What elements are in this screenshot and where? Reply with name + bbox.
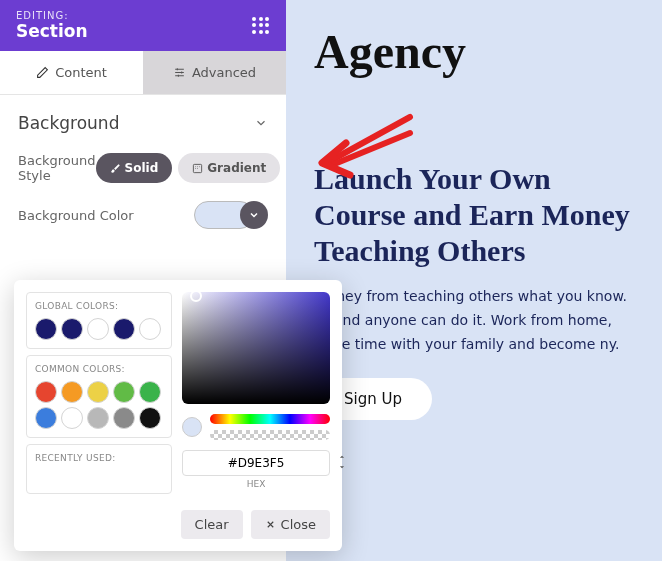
global-color-swatch[interactable] (35, 318, 57, 340)
common-color-swatch[interactable] (139, 381, 161, 403)
current-color-dot (182, 417, 202, 437)
common-color-swatch[interactable] (139, 407, 161, 429)
alpha-slider[interactable] (210, 430, 330, 440)
sidebar-header: EDITING: Section (0, 0, 286, 51)
recent-colors-group: RECENTLY USED: (26, 444, 172, 494)
color-picker: GLOBAL COLORS: COMMON COLORS: RECENTLY U… (14, 280, 342, 551)
hue-slider[interactable] (210, 414, 330, 424)
tab-advanced[interactable]: Advanced (143, 51, 286, 94)
brush-icon (110, 163, 121, 174)
logo: Agency (314, 24, 634, 79)
sliders-icon (173, 66, 186, 79)
svg-point-3 (199, 166, 200, 167)
clear-label: Clear (195, 517, 229, 532)
close-icon (265, 519, 276, 530)
stepper-down-icon[interactable] (337, 462, 347, 472)
common-color-swatch[interactable] (87, 381, 109, 403)
common-color-swatch[interactable] (35, 381, 57, 403)
svg-point-4 (195, 168, 196, 169)
hero-heading: Launch Your Own Course and Earn Money Te… (314, 161, 634, 269)
background-accordion[interactable]: Background (18, 113, 268, 133)
gradient-label: Gradient (207, 161, 266, 175)
chevron-down-icon (254, 116, 268, 130)
gradient-button[interactable]: Gradient (178, 153, 280, 183)
element-title: Section (16, 21, 88, 41)
svg-point-1 (195, 166, 196, 167)
background-title: Background (18, 113, 119, 133)
solid-button[interactable]: Solid (96, 153, 173, 183)
stepper-up-icon[interactable] (337, 452, 347, 462)
bg-style-label: Background Style (18, 153, 96, 183)
common-color-swatch[interactable] (35, 407, 57, 429)
global-color-swatch[interactable] (139, 318, 161, 340)
hex-input[interactable] (182, 450, 330, 476)
gradient-icon (192, 163, 203, 174)
global-color-swatch[interactable] (87, 318, 109, 340)
svg-point-5 (197, 168, 198, 169)
common-color-swatch[interactable] (113, 381, 135, 403)
hex-label: HEX (247, 479, 266, 489)
svg-point-2 (197, 166, 198, 167)
editing-label: EDITING: (16, 10, 88, 21)
common-color-swatch[interactable] (61, 407, 83, 429)
solid-label: Solid (125, 161, 159, 175)
saturation-picker[interactable] (182, 292, 330, 404)
close-button[interactable]: Close (251, 510, 330, 539)
page-preview: Agency Launch Your Own Course and Earn M… (286, 0, 662, 561)
common-colors-label: COMMON COLORS: (35, 364, 163, 374)
tabs: Content Advanced (0, 51, 286, 95)
common-colors-group: COMMON COLORS: (26, 355, 172, 438)
global-colors-label: GLOBAL COLORS: (35, 301, 163, 311)
hero-body: money from teaching others what you know… (314, 285, 634, 356)
tab-content[interactable]: Content (0, 51, 143, 94)
close-label: Close (281, 517, 316, 532)
menu-grid-icon[interactable] (252, 17, 270, 35)
common-color-swatch[interactable] (87, 407, 109, 429)
saturation-thumb[interactable] (190, 290, 202, 302)
pencil-icon (36, 66, 49, 79)
global-colors-group: GLOBAL COLORS: (26, 292, 172, 349)
tab-advanced-label: Advanced (192, 65, 256, 80)
bg-color-label: Background Color (18, 208, 134, 223)
tab-content-label: Content (55, 65, 107, 80)
common-colors-row (35, 381, 163, 429)
global-color-swatch[interactable] (61, 318, 83, 340)
global-color-swatch[interactable] (113, 318, 135, 340)
recent-colors-label: RECENTLY USED: (35, 453, 163, 463)
chevron-down-icon (248, 209, 260, 221)
swatch-expand-button[interactable] (240, 201, 268, 229)
clear-button[interactable]: Clear (181, 510, 243, 539)
common-color-swatch[interactable] (61, 381, 83, 403)
common-color-swatch[interactable] (113, 407, 135, 429)
global-colors-row (35, 318, 163, 340)
